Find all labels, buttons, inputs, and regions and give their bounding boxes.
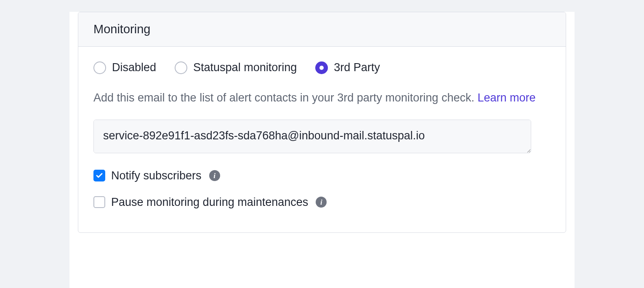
card-header: Monitoring bbox=[78, 12, 566, 47]
info-icon[interactable]: i bbox=[209, 170, 220, 181]
page-container: Monitoring Disabled Statuspal monitoring… bbox=[69, 12, 575, 288]
radio-label-third-party: 3rd Party bbox=[334, 61, 380, 74]
inbound-email-field[interactable] bbox=[93, 120, 531, 153]
radio-third-party[interactable]: 3rd Party bbox=[315, 61, 380, 74]
notify-subscribers-row[interactable]: Notify subscribers i bbox=[93, 169, 551, 182]
radio-disabled[interactable]: Disabled bbox=[93, 61, 156, 74]
checkbox-checked-icon bbox=[93, 170, 105, 181]
radio-statuspal[interactable]: Statuspal monitoring bbox=[175, 61, 297, 74]
pause-monitoring-row[interactable]: Pause monitoring during maintenances i bbox=[93, 196, 551, 209]
monitoring-description: Add this email to the list of alert cont… bbox=[93, 89, 551, 107]
monitoring-radio-group: Disabled Statuspal monitoring 3rd Party bbox=[93, 61, 551, 74]
card-title: Monitoring bbox=[93, 22, 551, 36]
pause-monitoring-label: Pause monitoring during maintenances bbox=[111, 196, 308, 209]
monitoring-card: Monitoring Disabled Statuspal monitoring… bbox=[78, 12, 566, 233]
notify-subscribers-label: Notify subscribers bbox=[111, 169, 202, 182]
description-text: Add this email to the list of alert cont… bbox=[93, 91, 477, 104]
radio-icon bbox=[175, 61, 187, 74]
info-icon[interactable]: i bbox=[316, 197, 327, 208]
checkbox-unchecked-icon bbox=[93, 196, 105, 208]
card-body: Disabled Statuspal monitoring 3rd Party … bbox=[78, 47, 566, 232]
radio-label-disabled: Disabled bbox=[112, 61, 156, 74]
radio-label-statuspal: Statuspal monitoring bbox=[193, 61, 297, 74]
radio-icon bbox=[93, 61, 106, 74]
radio-icon-selected bbox=[315, 61, 328, 74]
learn-more-link[interactable]: Learn more bbox=[477, 91, 535, 104]
